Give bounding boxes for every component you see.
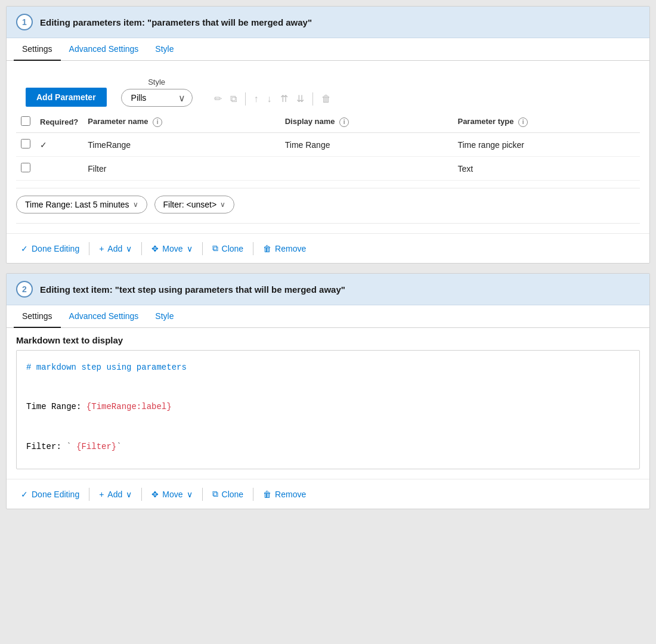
add-button-2[interactable]: + Add ∨: [94, 487, 137, 501]
move-label-2: Move: [162, 490, 182, 499]
param-name-header-label: Parameter name: [88, 117, 148, 126]
param-type-info-icon[interactable]: i: [518, 117, 528, 127]
param-name-info-icon[interactable]: i: [153, 117, 162, 127]
move-bottom-icon[interactable]: ⇊: [294, 91, 307, 107]
panel-2-title: Editing text item: "text step using para…: [40, 284, 345, 295]
md-line-blank-1: [26, 380, 630, 395]
panel-1-number: 1: [16, 14, 33, 30]
edit-icon[interactable]: ✏: [212, 91, 224, 107]
move-chevron-1: ∨: [187, 244, 193, 253]
md-line-blank-2: [26, 420, 630, 435]
add-parameter-btn-wrap: Add Parameter: [26, 88, 107, 107]
add-chevron-2: ∨: [126, 490, 132, 499]
move-up-icon[interactable]: ↑: [252, 91, 261, 107]
th-display-name: Display name i: [280, 112, 453, 133]
add-label-2: Add: [107, 490, 122, 499]
add-button-1[interactable]: + Add ∨: [94, 242, 137, 256]
panel-1-toolbar: Add Parameter Style Pills List ✏ ⧉ ↑ ↓ ⇈: [16, 70, 640, 107]
tab-2-settings[interactable]: Settings: [14, 305, 61, 328]
bottom-sep-5: [89, 488, 89, 501]
md-filter-prefix: Filter:: [26, 442, 66, 451]
style-select[interactable]: Pills List: [121, 89, 193, 107]
required-header-label: Required?: [40, 117, 78, 126]
remove-button-1[interactable]: 🗑 Remove: [258, 242, 311, 256]
md-heading-text: # markdown step using parameters: [26, 363, 187, 372]
bottom-sep-4: [253, 242, 253, 255]
row2-checkbox[interactable]: [21, 163, 30, 172]
select-all-checkbox[interactable]: [21, 116, 30, 126]
panel-2-tabs: Settings Advanced Settings Style: [7, 305, 649, 328]
row2-display-name: [280, 157, 453, 181]
remove-label-1: Remove: [275, 244, 306, 253]
panel-1: 1 Editing parameters item: "parameters t…: [6, 6, 650, 264]
panel-2-number: 2: [16, 281, 33, 298]
param-table-header-row: Required? Parameter name i Display name …: [16, 112, 640, 133]
done-editing-label-1: Done Editing: [32, 244, 79, 253]
tab-2-advanced-settings[interactable]: Advanced Settings: [61, 305, 147, 328]
clone-button-2[interactable]: ⧉ Clone: [208, 487, 249, 501]
row2-param-type: Text: [453, 157, 640, 181]
panel-1-bottom-toolbar: ✓ Done Editing + Add ∨ ✥ Move ∨ ⧉ Clone …: [7, 233, 649, 263]
toolbar-divider-2: [312, 92, 313, 106]
md-timerange-param: {TimeRange:label}: [86, 402, 172, 411]
tab-1-advanced-settings[interactable]: Advanced Settings: [61, 38, 147, 61]
done-editing-label-2: Done Editing: [32, 490, 79, 499]
md-timerange-prefix: Time Range:: [26, 402, 86, 411]
bottom-sep-8: [253, 488, 253, 501]
panel-2-header: 2 Editing text item: "text step using pa…: [7, 274, 649, 305]
tab-1-style[interactable]: Style: [147, 38, 182, 61]
style-label: Style: [148, 78, 165, 86]
move-top-icon[interactable]: ⇈: [278, 91, 290, 107]
row2-check-cell: [35, 157, 83, 181]
display-name-info-icon[interactable]: i: [339, 117, 349, 127]
bottom-sep-1: [89, 242, 89, 255]
copy-icon[interactable]: ⧉: [228, 91, 239, 107]
row1-check-cell: ✓: [35, 133, 83, 157]
time-range-pill[interactable]: Time Range: Last 5 minutes ∨: [16, 196, 147, 213]
row1-checkbox-cell: [16, 133, 35, 157]
filter-pill[interactable]: Filter: <unset> ∨: [154, 196, 235, 213]
bottom-sep-6: [141, 488, 142, 501]
move-icon-1: ✥: [151, 244, 159, 253]
time-range-chevron: ∨: [133, 200, 138, 209]
style-select-wrapper: Pills List: [121, 89, 193, 107]
done-editing-button-1[interactable]: ✓ Done Editing: [16, 242, 84, 256]
toolbar-divider-1: [245, 92, 246, 106]
th-param-name: Parameter name i: [83, 112, 280, 133]
style-select-wrap: Style Pills List: [121, 78, 193, 107]
filter-chevron: ∨: [220, 200, 225, 209]
md-line-1: # markdown step using parameters: [26, 360, 630, 375]
row2-checkbox-cell: [16, 157, 35, 181]
filter-pill-label: Filter: <unset>: [163, 200, 217, 209]
move-button-2[interactable]: ✥ Move ∨: [147, 487, 197, 501]
move-down-icon[interactable]: ↓: [265, 91, 274, 107]
add-parameter-button[interactable]: Add Parameter: [26, 88, 107, 107]
panel-2: 2 Editing text item: "text step using pa…: [6, 273, 650, 509]
toolbar-icons: ✏ ⧉ ↑ ↓ ⇈ ⇊ 🗑: [212, 91, 333, 107]
done-check-icon-2: ✓: [21, 490, 28, 499]
tab-1-settings[interactable]: Settings: [14, 38, 61, 61]
move-button-1[interactable]: ✥ Move ∨: [147, 242, 197, 256]
plus-icon-2: +: [99, 490, 104, 499]
md-line-3: Filter: ` {Filter}`: [26, 439, 630, 454]
bottom-sep-2: [141, 242, 142, 255]
row1-param-type: Time range picker: [453, 133, 640, 157]
markdown-editor[interactable]: # markdown step using parameters Time Ra…: [16, 350, 640, 469]
bottom-sep-7: [202, 488, 203, 501]
move-label-1: Move: [162, 244, 182, 253]
row1-checkbox[interactable]: [21, 139, 30, 148]
remove-icon-2: 🗑: [263, 490, 271, 499]
row1-param-name: TimeRange: [83, 133, 280, 157]
done-check-icon-1: ✓: [21, 244, 28, 253]
delete-icon[interactable]: 🗑: [319, 91, 333, 107]
tab-2-style[interactable]: Style: [147, 305, 182, 328]
md-filter-backtick-close: `: [116, 442, 121, 451]
param-table-body: ✓ TimeRange Time Range Time range picker…: [16, 133, 640, 181]
md-line-2: Time Range: {TimeRange:label}: [26, 400, 630, 414]
done-editing-button-2[interactable]: ✓ Done Editing: [16, 487, 84, 501]
plus-icon-1: +: [99, 244, 104, 253]
clone-button-1[interactable]: ⧉ Clone: [208, 241, 249, 256]
clone-icon-2: ⧉: [212, 489, 218, 499]
remove-button-2[interactable]: 🗑 Remove: [258, 487, 311, 501]
row2-param-name: Filter: [83, 157, 280, 181]
